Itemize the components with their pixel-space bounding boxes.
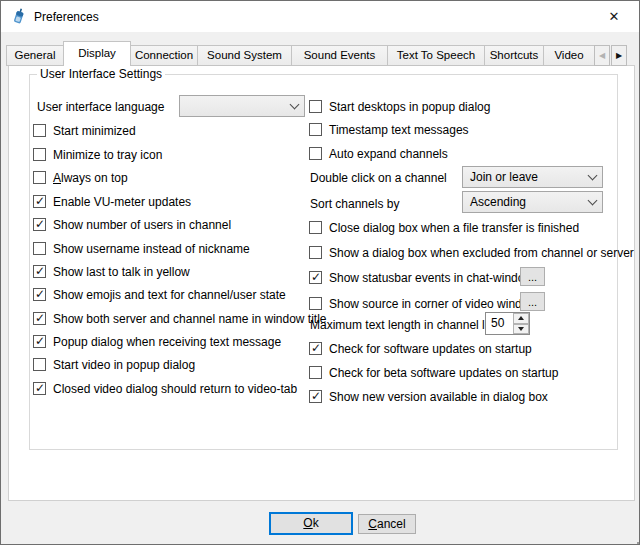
spin-down-icon[interactable]	[513, 324, 529, 335]
checkbox[interactable]	[33, 358, 46, 371]
tab-sound-system[interactable]: Sound System	[197, 45, 292, 66]
checkbox-close-on-transfer[interactable]: Close dialog box when a file transfer is…	[309, 221, 579, 235]
checkbox-minimize-to-tray[interactable]: Minimize to tray icon	[33, 148, 162, 162]
checkbox-timestamp-messages[interactable]: Timestamp text messages	[309, 123, 469, 137]
checkbox-always-on-top[interactable]: Always on top	[33, 171, 128, 185]
tab-video[interactable]: Video	[543, 45, 595, 66]
checkbox[interactable]	[309, 271, 322, 284]
max-text-length-spinner[interactable]: 50	[485, 312, 530, 335]
checkbox-auto-expand-channels[interactable]: Auto expand channels	[309, 147, 448, 161]
chevron-down-icon	[284, 96, 304, 116]
spin-up-icon[interactable]	[513, 313, 529, 324]
max-text-length-value[interactable]: 50	[486, 313, 513, 334]
checkbox-popup-text-message[interactable]: Popup dialog when receiving text message	[33, 335, 281, 349]
checkbox-server-channel-title[interactable]: Show both server and channel name in win…	[33, 312, 327, 326]
app-icon	[11, 8, 27, 24]
checkbox-video-source-corner[interactable]: Show source in corner of video window	[309, 297, 537, 311]
checkbox[interactable]	[309, 147, 322, 160]
tab-shortcuts[interactable]: Shortcuts	[484, 45, 544, 66]
statusbar-events-more-button[interactable]: ...	[520, 267, 545, 286]
tab-connection[interactable]: Connection	[130, 45, 198, 66]
checkbox[interactable]	[33, 124, 46, 137]
checkbox[interactable]	[309, 123, 322, 136]
tab-scroll-right-icon[interactable]: ▶	[611, 45, 627, 66]
language-label: User interface language	[37, 100, 164, 114]
checkbox-desktops-popup[interactable]: Start desktops in popup dialog	[309, 100, 490, 114]
checkbox-check-updates[interactable]: Check for software updates on startup	[309, 342, 532, 356]
checkbox[interactable]	[33, 195, 46, 208]
checkbox-last-talk-yellow[interactable]: Show last to talk in yellow	[33, 265, 190, 279]
checkbox[interactable]	[309, 366, 322, 379]
checkbox-start-minimized[interactable]: Start minimized	[33, 124, 136, 138]
checkbox[interactable]	[309, 297, 322, 310]
double-click-label: Double click on a channel	[310, 171, 447, 185]
language-combobox[interactable]	[179, 95, 305, 117]
video-source-more-button[interactable]: ...	[520, 292, 545, 311]
checkbox-emojis-state[interactable]: Show emojis and text for channel/user st…	[33, 288, 286, 302]
checkbox[interactable]	[309, 246, 322, 259]
checkbox-username-instead-nickname[interactable]: Show username instead of nickname	[33, 242, 250, 256]
checkbox-vu-meter[interactable]: Enable VU-meter updates	[33, 195, 191, 209]
checkbox-statusbar-events[interactable]: Show statusbar events in chat-window	[309, 271, 533, 285]
checkbox[interactable]	[33, 288, 46, 301]
checkbox-excluded-dialog[interactable]: Show a dialog box when excluded from cha…	[309, 246, 634, 260]
checkbox[interactable]	[309, 390, 322, 403]
checkbox-show-user-count[interactable]: Show number of users in channel	[33, 218, 231, 232]
titlebar[interactable]: Preferences ✕	[1, 1, 639, 32]
checkbox[interactable]	[33, 335, 46, 348]
checkbox[interactable]	[33, 171, 46, 184]
checkbox[interactable]	[309, 221, 322, 234]
checkbox-video-popup[interactable]: Start video in popup dialog	[33, 358, 195, 372]
checkbox[interactable]	[309, 100, 322, 113]
ok-button[interactable]: Ok	[269, 512, 353, 535]
spinner-buttons	[513, 313, 529, 334]
sort-channels-combobox[interactable]: Ascending	[462, 191, 603, 213]
checkbox[interactable]	[33, 218, 46, 231]
resize-grip[interactable]	[633, 538, 635, 540]
tab-bar: General Display Connection Sound System …	[6, 41, 595, 66]
checkbox[interactable]	[33, 242, 46, 255]
checkbox[interactable]	[309, 342, 322, 355]
checkbox-closed-video-return[interactable]: Closed video dialog should return to vid…	[33, 382, 297, 396]
tab-scroll-left-icon[interactable]: ◀	[594, 45, 610, 66]
checkbox-check-beta-updates[interactable]: Check for beta software updates on start…	[309, 366, 558, 380]
cancel-button[interactable]: Cancel	[358, 514, 416, 534]
tab-general[interactable]: General	[6, 45, 64, 66]
chevron-down-icon	[582, 192, 602, 212]
sort-channels-label: Sort channels by	[310, 197, 399, 211]
checkbox[interactable]	[33, 265, 46, 278]
sort-channels-value: Ascending	[463, 195, 582, 209]
checkbox[interactable]	[33, 382, 46, 395]
checkbox-new-version-dialog[interactable]: Show new version available in dialog box	[309, 390, 548, 404]
preferences-window: Preferences ✕ General Display Connection…	[0, 0, 640, 545]
chevron-down-icon	[582, 167, 602, 187]
double-click-combobox[interactable]: Join or leave	[462, 166, 603, 188]
tab-sound-events[interactable]: Sound Events	[291, 45, 388, 66]
window-title: Preferences	[34, 10, 99, 24]
tab-text-to-speech[interactable]: Text To Speech	[387, 45, 485, 66]
group-title: User Interface Settings	[37, 67, 165, 81]
max-text-length-label: Maximum text length in channel list	[310, 318, 497, 332]
close-icon: ✕	[609, 9, 620, 24]
tab-display[interactable]: Display	[63, 41, 131, 66]
checkbox[interactable]	[33, 312, 46, 325]
close-button[interactable]: ✕	[595, 1, 633, 31]
double-click-value: Join or leave	[463, 170, 582, 184]
checkbox[interactable]	[33, 148, 46, 161]
